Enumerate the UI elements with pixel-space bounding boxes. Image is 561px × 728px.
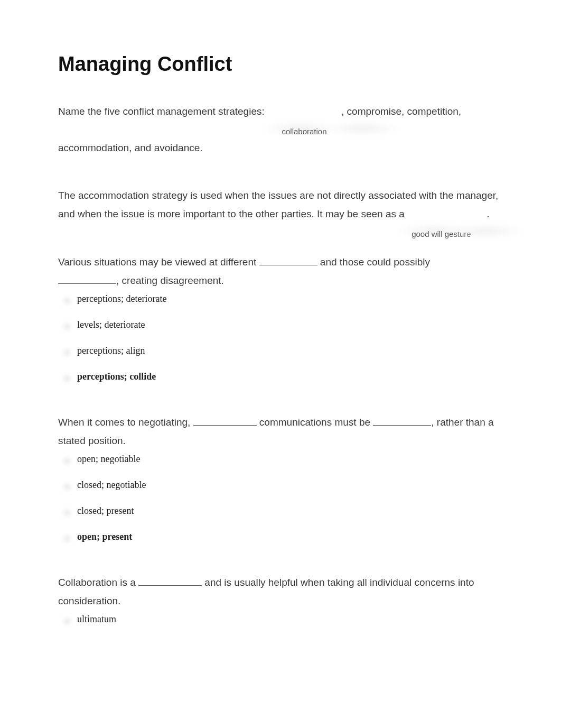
q4-option-d[interactable]: open; present xyxy=(77,530,503,544)
question-2: The accommodation strategy is used when … xyxy=(58,186,503,223)
question-1: Name the five conflict management strate… xyxy=(58,102,503,157)
q2-text-part2: . xyxy=(487,208,489,219)
q3-option-b[interactable]: levels; deteriorate xyxy=(77,318,503,332)
q3-option-a-text: perceptions; deteriorate xyxy=(77,293,166,304)
q2-answer: good will gesture xyxy=(412,227,471,242)
q4-option-b[interactable]: closed; negotiable xyxy=(77,478,503,492)
radio-icon xyxy=(62,348,72,357)
q5-option-a[interactable]: ultimatum xyxy=(77,612,503,626)
q3-option-a[interactable]: perceptions; deteriorate xyxy=(77,292,503,306)
q3-option-b-text: levels; deteriorate xyxy=(77,319,145,330)
q3-blank-1[interactable] xyxy=(259,254,317,265)
q3-option-c[interactable]: perceptions; align xyxy=(77,344,503,358)
radio-icon xyxy=(62,508,72,518)
radio-icon xyxy=(62,456,72,466)
q5-blank-1[interactable] xyxy=(138,575,202,586)
radio-icon xyxy=(62,616,72,626)
q4-blank-1[interactable] xyxy=(193,414,257,426)
q4-option-c[interactable]: closed; present xyxy=(77,504,503,518)
radio-icon xyxy=(62,296,72,306)
q4-options: open; negotiable closed; negotiable clos… xyxy=(58,452,503,544)
radio-icon xyxy=(62,482,72,492)
q4-prompt-a: When it comes to negotiating, xyxy=(58,417,193,428)
q3-prompt-b: and those could possibly xyxy=(317,256,430,268)
q3-option-d[interactable]: perceptions; collide xyxy=(77,370,503,384)
q1-answer-1: collaboration xyxy=(282,124,327,139)
q1-text-part3: accommodation, and avoidance. xyxy=(58,139,503,157)
q1-text-part1: Name the five conflict management strate… xyxy=(58,106,267,117)
q3-prompt-a: Various situations may be viewed at diff… xyxy=(58,256,259,268)
q3-prompt-c: , creating disagreement. xyxy=(116,275,224,286)
q1-text-part2: , compromise, competition, xyxy=(341,106,461,117)
q3-option-d-text: perceptions; collide xyxy=(77,371,156,382)
page-title: Managing Conflict xyxy=(58,53,503,76)
q2-text-part1: The accommodation strategy is used when … xyxy=(58,190,498,219)
question-5: Collaboration is a and is usually helpfu… xyxy=(58,573,503,626)
q5-option-a-text: ultimatum xyxy=(77,614,116,624)
q4-blank-2[interactable] xyxy=(373,414,431,426)
q4-option-c-text: closed; present xyxy=(77,505,134,516)
q4-option-d-text: open; present xyxy=(77,531,132,542)
question-4: When it comes to negotiating, communicat… xyxy=(58,413,503,544)
q4-prompt-b: communications must be xyxy=(257,417,373,428)
question-3: Various situations may be viewed at diff… xyxy=(58,253,503,384)
radio-icon xyxy=(62,534,72,543)
q4-option-a-text: open; negotiable xyxy=(77,454,140,464)
q3-options: perceptions; deteriorate levels; deterio… xyxy=(58,292,503,384)
q3-blank-2[interactable] xyxy=(58,273,116,284)
radio-icon xyxy=(62,322,72,331)
q4-option-a[interactable]: open; negotiable xyxy=(77,452,503,466)
q4-option-b-text: closed; negotiable xyxy=(77,480,146,490)
q3-option-c-text: perceptions; align xyxy=(77,345,145,356)
q5-options: ultimatum xyxy=(58,612,503,626)
q5-prompt-a: Collaboration is a xyxy=(58,577,138,588)
radio-icon xyxy=(62,374,72,383)
